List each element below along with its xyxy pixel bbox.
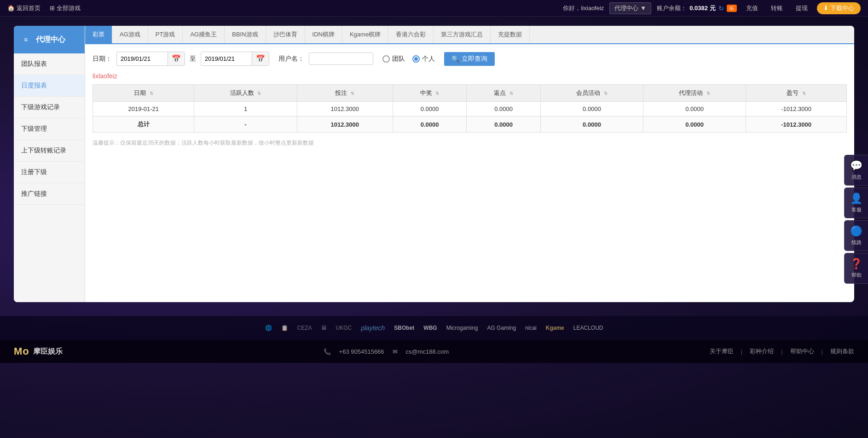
ie-badge[interactable]: IE [727,5,737,12]
total-wins: 0.0000 [393,117,467,133]
home-icon [7,5,15,12]
query-button-label: 立即查询 [462,55,487,63]
footer-contact: 📞 +63 9054515666 ✉ cs@mc188.com [324,348,449,355]
total-bets: 1012.3000 [297,117,393,133]
radio-individual-circle[interactable] [412,55,420,63]
tab-shaba-sports[interactable]: 沙巴体育 [266,26,305,43]
service-label: 客服 [851,206,862,213]
message-label: 消息 [851,174,862,181]
date-filter-label: 日期： [93,55,112,63]
message-icon: 💬 [850,160,862,172]
sort-profit-icon[interactable]: ⇅ [802,91,806,96]
tab-ag-games[interactable]: AG游戏 [112,26,148,43]
refresh-icon[interactable]: ↻ [718,5,724,12]
footer-logo-playtech: playtech [361,324,385,332]
tab-ag-fishing[interactable]: AG捕鱼王 [183,26,225,43]
tab-hk-lottery[interactable]: 香港六合彩 [388,26,434,43]
sort-bets-icon[interactable]: ⇅ [351,91,354,96]
sort-member-activity-icon[interactable]: ⇅ [604,91,608,96]
route-label: 线路 [851,239,862,246]
tab-pt-games[interactable]: PT游戏 [148,26,183,43]
home-label: 返回首页 [17,4,41,12]
transfer-button[interactable]: 转账 [767,3,787,13]
date-from-calendar-icon[interactable]: 📅 [168,52,185,65]
total-member-activity: 0.0000 [540,117,643,133]
recharge-button[interactable]: 充值 [742,3,762,13]
footer-divider-3: | [822,348,823,355]
col-header-points: 返点 ⇅ [467,85,541,102]
date-to-calendar-icon[interactable]: 📅 [252,52,269,65]
tab-lottery[interactable]: 彩票 [85,26,112,43]
col-header-bets: 投注 ⇅ [297,85,393,102]
date-to-input[interactable] [201,53,252,64]
help-label: 帮助 [851,272,862,279]
email-address: cs@mc188.com [406,348,449,355]
home-link[interactable]: 返回首页 [7,4,41,12]
tab-bbin-games[interactable]: BBIN游戏 [225,26,266,43]
balance-info: 账户余额： 0.0382 元 ↻ IE [657,4,737,12]
main-wrapper: ≡ 代理中心 团队报表 日度报表 下级游戏记录 下级管理 上下级转账记录 注册下… [0,17,868,311]
query-button[interactable]: 🔍 立即查询 [444,52,495,66]
user-link[interactable]: lixlaofeiz [93,72,847,80]
sidebar-item-sub-game-records[interactable]: 下级游戏记录 [14,97,85,118]
balance-amount: 0.0382 元 [689,4,715,12]
sort-points-icon[interactable]: ⇅ [509,91,513,96]
date-from-input[interactable] [117,53,168,64]
total-agent-activity: 0.0000 [643,117,746,133]
data-table: 日期 ⇅ 活跃人数 ⇅ 投注 ⇅ [93,84,847,133]
sort-agent-activity-icon[interactable]: ⇅ [706,91,710,96]
sidebar-item-team-report[interactable]: 团队报表 [14,53,85,75]
agent-center-button[interactable]: 代理中心 ▼ [609,2,651,14]
sort-date-icon[interactable]: ⇅ [150,91,153,96]
radio-individual[interactable]: 个人 [412,55,435,63]
footer-logo-ceza: CEZA [297,325,312,331]
tab-idn-chess[interactable]: IDN棋牌 [305,26,342,43]
sidebar-logo-icon: ≡ [19,33,32,46]
footer-logo-doc: 📋 [281,325,288,331]
message-panel-button[interactable]: 💬 消息 [844,155,868,186]
cell-member-activity: 0.0000 [540,102,643,117]
footer-logo-globe: 🌐 [265,325,272,331]
tab-third-party[interactable]: 第三方游戏汇总 [434,26,491,43]
footer-links: 关于摩臣 | 彩种介绍 | 帮助中心 | 规则条款 [710,347,854,356]
help-panel-button[interactable]: ❓ 帮助 [844,253,868,284]
tab-recharge-data[interactable]: 充提数据 [491,26,530,43]
total-points: 0.0000 [467,117,541,133]
footer-link-lottery-intro[interactable]: 彩种介绍 [750,347,774,356]
sort-wins-icon[interactable]: ⇅ [435,91,439,96]
download-center-button[interactable]: ⬇ 下载中心 [817,2,861,14]
footer-logo-microgaming: Microgaming [446,325,478,331]
footer-logo-leacloud: LEACLOUD [573,325,603,331]
withdraw-button[interactable]: 提现 [792,3,811,13]
sidebar-item-register-sub[interactable]: 注册下级 [14,162,85,183]
sidebar-item-promo-link[interactable]: 推广链接 [14,183,85,205]
username-input[interactable] [309,53,373,65]
footer-link-rules[interactable]: 规则条款 [830,347,854,356]
footer-logo-kgame: Kgame [546,325,564,331]
total-label: 总计 [93,117,194,133]
sidebar-item-sub-management[interactable]: 下级管理 [14,118,85,140]
tip-text: 温馨提示：仅保留最近35天的数据；活跃人数每小时获取最新数据，按小时整点更新新数… [93,139,847,147]
sidebar-item-transfer-records[interactable]: 上下级转账记录 [14,140,85,162]
radio-team[interactable]: 团队 [382,55,405,63]
radio-team-label: 团队 [392,55,405,63]
total-profit: -1012.3000 [746,117,847,133]
radio-team-circle[interactable] [382,55,390,63]
radio-individual-label: 个人 [422,55,435,63]
tab-kgame-chess[interactable]: Kgame棋牌 [342,26,388,43]
brand-logo-text: Mo [14,345,29,357]
route-panel-button[interactable]: 🔵 线路 [844,220,868,251]
sort-active-users-icon[interactable]: ⇅ [257,91,261,96]
cell-wins: 0.0000 [393,102,467,117]
footer-bottom: Mo 摩臣娱乐 📞 +63 9054515666 ✉ cs@mc188.com … [0,340,868,363]
footer-link-help-center[interactable]: 帮助中心 [790,347,814,356]
brand-name: 摩臣娱乐 [33,347,63,356]
service-panel-button[interactable]: 👤 客服 [844,187,868,218]
cell-profit: -1012.3000 [746,102,847,117]
footer-link-about[interactable]: 关于摩臣 [710,347,734,356]
all-games-link[interactable]: ⊞ 全部游戏 [50,4,81,12]
top-nav-left: 返回首页 ⊞ 全部游戏 [7,4,81,12]
email-icon: ✉ [393,348,398,355]
sidebar-item-daily-report[interactable]: 日度报表 [14,75,85,97]
date-from-wrapper: 📅 [116,52,185,66]
